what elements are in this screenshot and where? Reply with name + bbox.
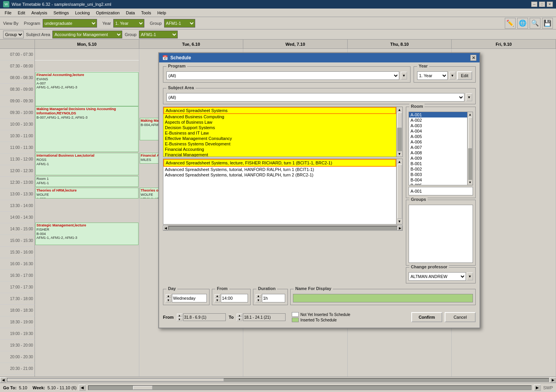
day-up-arrow[interactable]: ▲ <box>166 294 171 298</box>
room-item-a005[interactable]: A-005 <box>409 134 467 139</box>
search-icon-btn[interactable]: 🔍 <box>530 18 540 29</box>
room-item-a008[interactable]: A-008 <box>409 150 467 155</box>
menu-settings[interactable]: Settings <box>50 10 72 16</box>
modal-year-select[interactable]: 1. Year <box>417 71 448 80</box>
vscroll-thumb[interactable] <box>397 112 402 128</box>
room-item-b002[interactable]: B-002 <box>409 166 467 172</box>
session-item-2[interactable]: Advanced Spreadsheet Systems, tutorial, … <box>163 172 396 178</box>
vscroll-track[interactable] <box>397 112 402 151</box>
subject-item-6[interactable]: E-Business Systems Development <box>163 141 396 147</box>
duration-input[interactable] <box>262 294 285 302</box>
room-item-a004[interactable]: A-004 <box>409 128 467 134</box>
dur-up-arrow[interactable]: ▲ <box>256 294 261 298</box>
from-up-arrow[interactable]: ▲ <box>215 294 220 298</box>
room-item-a001[interactable]: A-001 <box>409 112 467 117</box>
room-vscroll[interactable]: ▲ ▼ <box>467 112 473 185</box>
group-filter-select[interactable]: AFM1-1 <box>164 19 195 28</box>
save-icon-btn[interactable]: 💾 <box>542 18 553 29</box>
room-item-b005[interactable]: B-005 <box>409 183 467 185</box>
event-theories-hrm[interactable]: Theories of HRM,lecture WOLFEA-008AFM1-1 <box>35 188 139 199</box>
program-dropdown-arrow[interactable]: ▼ <box>401 72 407 79</box>
room-item-a006[interactable]: A-006 <box>409 139 467 145</box>
year-dropdown-arrow[interactable]: ▼ <box>449 72 456 79</box>
room-item-b001[interactable]: B-001 <box>409 161 467 166</box>
pencil-icon-btn[interactable]: ✏️ <box>505 18 516 29</box>
dur-down-arrow[interactable]: ▼ <box>256 299 261 302</box>
room-item-b003[interactable]: B-003 <box>409 172 467 177</box>
subject-item-5[interactable]: Effective Management Consultancy <box>163 136 396 141</box>
event-intl-business-law[interactable]: International Business Law,tutorial ROSS… <box>35 153 139 175</box>
sess-vscroll-up[interactable]: ▲ <box>398 160 401 164</box>
scrollbar-thumb-h[interactable] <box>7 378 224 382</box>
week-thumb[interactable] <box>133 386 152 390</box>
name-display-input[interactable] <box>293 294 473 302</box>
vscroll-down[interactable]: ▼ <box>398 152 401 156</box>
group2-select[interactable]: AFM1-1 <box>139 31 178 38</box>
edit-btn[interactable]: Edit <box>457 71 472 80</box>
modal-program-select[interactable]: (All) <box>166 71 399 80</box>
from-down-arrow[interactable]: ▼ <box>215 299 220 302</box>
globe-icon-btn[interactable]: 🌐 <box>517 18 528 29</box>
subject-item-8[interactable]: Financial Management <box>163 152 396 157</box>
scrollbar-track-h[interactable] <box>7 378 549 382</box>
subjects-vscroll[interactable]: ▲ ▼ <box>396 107 402 157</box>
week-prev-btn[interactable]: ◀ <box>79 385 86 391</box>
hscroll-track[interactable] <box>168 226 397 230</box>
scroll-right-btn[interactable]: ▶ <box>550 377 556 383</box>
subject-item-4[interactable]: E-Business and IT Law <box>163 130 396 136</box>
event-strategic-mgmt[interactable]: Strategic Management,lecture FISHERB-004… <box>35 223 139 245</box>
subject-area-select[interactable]: Accounting for Management <box>52 31 122 38</box>
modal-close-btn[interactable]: ✕ <box>470 55 476 61</box>
room-vscroll-track[interactable] <box>468 117 472 180</box>
event-room1[interactable]: Room 1AFM1-1 <box>35 176 139 187</box>
from-range-input[interactable] <box>183 313 226 321</box>
menu-data[interactable]: Data <box>123 10 138 16</box>
subjects-list[interactable]: Advanced Spreadsheet Systems Advanced Bu… <box>163 107 396 157</box>
room-item-b004[interactable]: B-004 <box>409 177 467 183</box>
session-item-0[interactable]: Advanced Spreadsheet Systems, lecture, F… <box>163 159 396 167</box>
professor-select[interactable]: ALTMAN ANDREW <box>409 272 466 281</box>
room-display-field[interactable] <box>409 187 473 195</box>
day-spin-arrows[interactable]: ▲ ▼ <box>166 294 171 302</box>
day-down-arrow[interactable]: ▼ <box>166 299 171 302</box>
event-financial-accounting[interactable]: Financial Accounting,lecture EVANSA-007A… <box>35 72 139 106</box>
maximize-btn[interactable]: □ <box>539 2 545 7</box>
sessions-list[interactable]: Advanced Spreadsheet Systems, lecture, F… <box>163 159 396 224</box>
minimize-btn[interactable]: ─ <box>531 2 537 7</box>
subject-item-7[interactable]: Financial Accounting <box>163 147 396 152</box>
sessions-vscroll[interactable]: ▲ ▼ <box>396 159 402 224</box>
sess-vscroll-thumb[interactable] <box>397 164 402 219</box>
confirm-button[interactable]: Confirm <box>411 312 442 322</box>
session-item-1[interactable]: Advanced Spreadsheet Systems, tutorial, … <box>163 167 396 172</box>
program-select[interactable]: undergraduate <box>43 19 97 28</box>
year-select[interactable]: 1. Year <box>113 19 144 28</box>
room-item-a009[interactable]: A-009 <box>409 155 467 161</box>
room-vscroll-thumb[interactable] <box>468 117 472 149</box>
menu-file[interactable]: File <box>2 10 15 16</box>
day-input[interactable] <box>172 294 207 302</box>
menu-optimization[interactable]: Optimization <box>93 10 123 16</box>
subject-item-0[interactable]: Advanced Spreadsheet Systems <box>163 107 396 114</box>
week-next-btn[interactable]: ▶ <box>534 385 541 391</box>
hscroll-left[interactable]: ◀ <box>163 226 168 230</box>
dur-spin-arrows[interactable]: ▲ ▼ <box>256 294 261 302</box>
to-range-input[interactable] <box>243 313 286 321</box>
room-vscroll-up[interactable]: ▲ <box>469 113 472 116</box>
hscroll-right[interactable]: ▶ <box>398 226 402 230</box>
close-btn[interactable]: ✕ <box>547 2 553 7</box>
from-spin-arrows[interactable]: ▲ ▼ <box>215 294 220 302</box>
room-item-a002[interactable]: A-002 <box>409 117 467 123</box>
from-input[interactable] <box>221 294 248 302</box>
subject-item-2[interactable]: Aspects of Business Law <box>163 119 396 125</box>
subject-item-1[interactable]: Advanced Business Computing <box>163 114 396 119</box>
modal-subject-area-select[interactable]: (All) <box>166 93 464 102</box>
room-item-a003[interactable]: A-003 <box>409 123 467 128</box>
view-group-select[interactable]: Group <box>3 31 24 38</box>
event-making-managerial[interactable]: Making Managerial Decisions Using Accoun… <box>35 106 139 152</box>
menu-locking[interactable]: Locking <box>72 10 93 16</box>
horizontal-scrollbar[interactable]: ◀ ▶ <box>0 376 556 383</box>
week-scrollbar[interactable] <box>88 385 531 390</box>
menu-edit[interactable]: Edit <box>15 10 28 16</box>
subject-item-3[interactable]: Decision Support Systems <box>163 125 396 130</box>
room-item-a007[interactable]: A-007 <box>409 145 467 150</box>
